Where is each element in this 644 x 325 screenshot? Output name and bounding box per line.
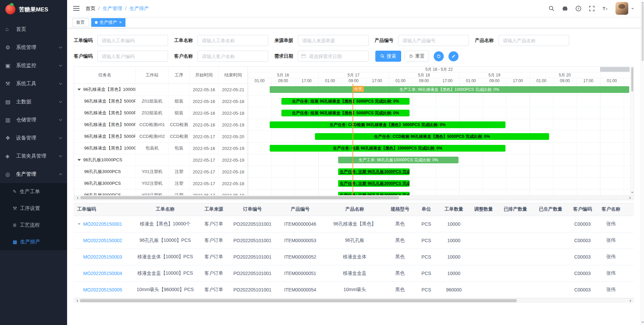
gantt-bar[interactable]: 生产任务: 组装 96孔移液盒【黑色】5000PCS 完成比例: 0% [281, 98, 410, 105]
gantt-bar[interactable]: 生产任务: CCD检测 96孔移液盒【黑色】5000PCS 完成比例: 0% [270, 121, 505, 128]
avatar[interactable] [615, 2, 628, 15]
logo-icon [5, 4, 15, 14]
scroll-right-arrow[interactable] [630, 197, 632, 199]
workorder-link[interactable]: MO202205150003 [83, 254, 122, 260]
sidebar-item-4[interactable]: ⚒系统工具 [0, 74, 67, 93]
scrollbar-thumb[interactable] [80, 196, 399, 199]
chevron-down-icon[interactable] [631, 8, 634, 11]
orders-horizontal-scrollbar[interactable] [74, 298, 634, 303]
gantt-horizontal-scrollbar[interactable] [74, 195, 634, 200]
gantt-vertical-scrollbar[interactable] [630, 67, 634, 195]
orders-row[interactable]: MO202205150001移液盒【黑色】10000个客户订单PO2022051… [74, 216, 634, 232]
sidebar-item-7[interactable]: ❖设备管理 [0, 129, 67, 147]
orders-row[interactable]: MO20220515000296孔孔板【10000】PCS客户订单PO20220… [74, 232, 634, 249]
gantt-timeline: 5月 16 - 5月 22 5月 165月 175月 185月 195月 20 … [248, 67, 630, 195]
scrollbar-thumb[interactable] [80, 299, 517, 302]
gantt-bar[interactable]: 生产工单: 96孔移液盒【黑色】10000PCS 完成比例: 0% [270, 86, 629, 93]
workorder-link[interactable]: MO202205150002 [83, 238, 122, 243]
sidebar-item-2[interactable]: ⚙系统管理 [0, 38, 67, 56]
scroll-right-arrow[interactable] [630, 300, 633, 302]
scrollbar-thumb[interactable] [642, 4, 644, 61]
gantt-task-row[interactable]: 96孔孔板10000PCS2022-05-172022-05-19 [74, 154, 248, 166]
workorder-link[interactable]: MO202205150004 [83, 271, 122, 276]
breadcrumb-item[interactable]: 生产排产 [129, 5, 149, 12]
filter-input[interactable] [97, 51, 168, 62]
gantt-task-row[interactable]: 96孔移液盒【黑色】5000PCSZ02组装机组装2022-05-162022-… [74, 107, 248, 119]
gantt-task-row[interactable]: 96孔移液盒【黑色】5000PCSCCD检测#01CCD检测2022-05-16… [74, 119, 248, 131]
scroll-left-arrow[interactable] [75, 197, 78, 199]
orders-row[interactable]: MO202205150003移液盒盒体【10000】PCS客户订单PO20220… [74, 249, 634, 265]
filter-input[interactable] [97, 35, 168, 46]
svg-text:?: ? [578, 6, 580, 10]
gantt-bar[interactable]: 生产任务: 注塑 96孔孔板3000PCS 完成比例: 0% [338, 192, 410, 195]
orders-row[interactable]: MO20220515000510mm吸头【960000】PCS客户订单PO202… [74, 281, 634, 298]
workorder-link[interactable]: MO202205150001 [83, 221, 122, 227]
gantt-task-row[interactable]: 96孔移液盒【黑色】10000PCS2022-05-162022-05-21 [74, 84, 248, 96]
filter-field-7: 客户名称 [174, 51, 268, 62]
breadcrumb-item[interactable]: 生产管理 [103, 5, 122, 12]
sidebar-item-6[interactable]: ▥仓储管理 [0, 111, 67, 129]
tab-2[interactable]: 生产排产× [91, 18, 125, 27]
gantt-task-row[interactable]: 96孔孔板3000PCSY02注塑机注塑2022-05-172022-05-18 [74, 178, 248, 189]
filter-input[interactable] [398, 35, 469, 46]
gantt-cell-name: 96孔孔板3000PCS [74, 189, 136, 195]
orders-cell-qty: 10000 [438, 249, 469, 265]
gantt-bar[interactable]: 生产任务: 包装 96孔移液盒【黑色】10000PCS 完成比例: 0% [270, 145, 505, 152]
submenu-item-3[interactable]: ≣工艺流程 [0, 217, 67, 233]
font-size-icon[interactable]: T T [602, 5, 608, 12]
scroll-left-arrow[interactable] [75, 300, 78, 302]
gantt-bar[interactable]: 生产工单: 96孔孔板10000PCS 完成比例: 0% [338, 157, 459, 163]
orders-cell-produced [533, 265, 568, 281]
orders-cell-item_no: ITEM00000051 [277, 265, 324, 281]
fullscreen-icon[interactable] [589, 5, 595, 12]
sidebar-item-8[interactable]: ◈工装夹具管理 [0, 147, 67, 165]
scroll-up-arrow[interactable] [641, 1, 644, 3]
sidebar-item-1[interactable]: ⌂首页 [0, 20, 67, 38]
reset-button[interactable]: 重置 [405, 51, 429, 62]
search-icon[interactable] [548, 5, 555, 12]
search-button[interactable]: 搜索 [375, 51, 401, 62]
scroll-down-arrow[interactable] [631, 192, 634, 195]
filter-input[interactable] [198, 51, 268, 62]
gantt-task-row[interactable]: 96孔移液盒【黑色】5000PCSCCD检测#02CCD检测2022-05-17… [74, 131, 248, 143]
filter-input[interactable] [498, 35, 569, 46]
app-logo[interactable]: 苦糖果MES [0, 0, 67, 19]
sidebar-item-9[interactable]: ◎生产管理 [0, 165, 67, 183]
sidebar-item-5[interactable]: ▤主数据 [0, 93, 67, 111]
filter-input[interactable] [198, 35, 268, 46]
submenu-item-1[interactable]: ✎生产工单 [0, 183, 67, 200]
close-icon[interactable]: × [119, 20, 122, 24]
row-expand-caret[interactable] [78, 223, 80, 226]
breadcrumb-item[interactable]: 首页 [86, 5, 95, 12]
triangle-down-icon[interactable] [77, 89, 81, 91]
sidebar-item-3[interactable]: ▣系统监控 [0, 56, 67, 74]
triangle-down-icon[interactable] [77, 159, 81, 161]
submenu-item-4[interactable]: ▦生产排产 [0, 233, 67, 250]
scrollbar-thumb[interactable] [631, 67, 633, 92]
orders-cell-scheduled [498, 216, 533, 232]
scroll-down-arrow[interactable] [641, 322, 644, 324]
edit-button[interactable] [448, 51, 459, 61]
github-icon[interactable] [562, 5, 568, 12]
tab-1[interactable]: 首页 [72, 18, 89, 27]
gantt-task-row[interactable]: 96孔移液盒【黑色】10000PCS包装机包装2022-05-162022-05… [74, 143, 248, 154]
submenu-item-2[interactable]: ⚒工序设置 [0, 200, 67, 217]
gantt-task-row[interactable]: 96孔孔板3000PCSY01注塑机注塑2022-05-172022-05-18 [74, 166, 248, 178]
question-icon[interactable]: ? [575, 5, 582, 12]
gantt-task-row[interactable]: 96孔孔板3000PCSY03注塑机注塑2022-05-172022-05-18 [74, 189, 248, 195]
page-scrollbar[interactable] [641, 0, 644, 325]
filter-input[interactable] [298, 35, 369, 46]
refresh-button[interactable] [434, 51, 444, 61]
workorder-link[interactable]: MO202205150005 [83, 287, 122, 292]
filter-input[interactable] [298, 51, 369, 62]
orders-section: 工单编码工单名称工单来源订单编号产品编号产品名称规格型号单位工单数量调整数量已排… [74, 203, 634, 303]
gantt-cell-name: 96孔移液盒【黑色】5000PCS [74, 119, 136, 130]
gantt-bar[interactable]: 生产任务: 注塑 96孔孔板3000PCS 完成比例: 0% [338, 180, 410, 187]
gantt-cell-start: 2022-05-17 [190, 154, 219, 166]
gantt-bar[interactable]: 生产任务: CCD检测 96孔移液盒【黑色】5000PCS 完成比例: 0% [315, 133, 549, 140]
orders-row[interactable]: MO202205150004移液盒盒盖【10000】PCS客户订单PO20220… [74, 265, 634, 281]
gantt-bar[interactable]: 生产任务: 组装 96孔移液盒【黑色】5000PCS 完成比例: 0% [281, 110, 410, 116]
hamburger-icon[interactable] [73, 6, 79, 11]
gantt-bar[interactable]: 生产任务: 注塑 96孔孔板3000PCS 完成比例: 0% [338, 168, 410, 175]
gantt-task-row[interactable]: 96孔移液盒【黑色】5000PCSZ01组装机组装2022-05-162022-… [74, 96, 248, 107]
